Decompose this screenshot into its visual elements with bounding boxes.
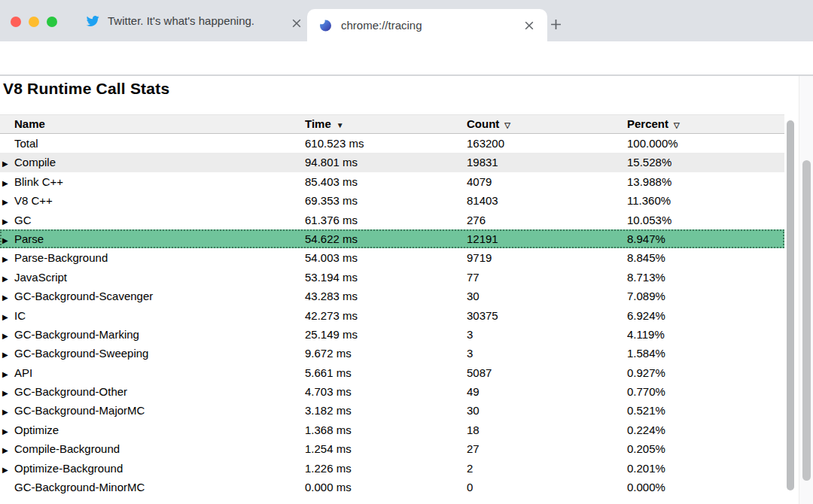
minimize-window-button[interactable] bbox=[29, 17, 39, 27]
table-scrollbar-thumb[interactable] bbox=[787, 120, 794, 490]
row-count: 0 bbox=[467, 478, 627, 496]
row-percent: 15.528% bbox=[627, 153, 784, 172]
row-time: 3.182 ms bbox=[305, 401, 467, 420]
expand-triangle-icon[interactable]: ▶ bbox=[2, 402, 14, 420]
row-name: Optimize-Background bbox=[14, 462, 123, 475]
row-time: 54.622 ms bbox=[305, 229, 467, 248]
row-percent: 13.988% bbox=[627, 172, 784, 191]
expand-triangle-icon[interactable]: ▶ bbox=[2, 269, 14, 287]
table-row[interactable]: ▶GC-Background-Scavenger 43.283 ms 30 7.… bbox=[0, 287, 784, 305]
expand-triangle-icon[interactable]: ▶ bbox=[2, 193, 14, 210]
row-count: 77 bbox=[467, 268, 627, 287]
table-header-row: Name Time▼ Count▽ Percent▽ bbox=[0, 114, 784, 134]
expand-triangle-icon[interactable]: ▶ bbox=[2, 345, 14, 363]
page-title: V8 Runtime Call Stats bbox=[3, 80, 169, 98]
table-body: ▶Total 610.523 ms 163200 100.000% ▶Compi… bbox=[0, 134, 784, 496]
column-header-percent[interactable]: Percent▽ bbox=[627, 115, 784, 133]
close-window-button[interactable] bbox=[11, 17, 21, 27]
row-name: Compile bbox=[14, 156, 56, 169]
row-time: 42.273 ms bbox=[305, 306, 467, 325]
table-row[interactable]: ▶GC-Background-Other 4.703 ms 49 0.770% bbox=[0, 382, 784, 401]
page-scrollbar-thumb[interactable] bbox=[802, 160, 811, 481]
row-time: 85.403 ms bbox=[305, 172, 467, 191]
table-row[interactable]: ▶Parse 54.622 ms 12191 8.947% bbox=[0, 229, 784, 248]
row-time: 1.368 ms bbox=[305, 421, 467, 439]
expand-triangle-icon[interactable]: ▶ bbox=[2, 308, 14, 325]
table-row[interactable]: ▶Optimize-Background 1.226 ms 2 0.201% bbox=[0, 459, 784, 478]
table-row[interactable]: ▶GC-Background-MajorMC 3.182 ms 30 0.521… bbox=[0, 401, 784, 420]
new-tab-button[interactable] bbox=[545, 14, 566, 35]
expand-triangle-icon[interactable]: ▶ bbox=[2, 250, 14, 267]
row-count: 163200 bbox=[467, 134, 627, 153]
row-count: 5087 bbox=[467, 363, 627, 382]
row-name: Blink C++ bbox=[14, 175, 63, 188]
row-name: JavaScript bbox=[14, 271, 67, 284]
column-header-name[interactable]: Name bbox=[0, 115, 305, 133]
row-count: 2 bbox=[467, 459, 627, 478]
close-tab-icon[interactable] bbox=[290, 17, 303, 30]
table-row[interactable]: ▶IC 42.273 ms 30375 6.924% bbox=[0, 306, 784, 325]
sort-arrow-icon: ▼ bbox=[336, 121, 344, 129]
table-row[interactable]: ▶JavaScript 53.194 ms 77 8.713% bbox=[0, 268, 784, 287]
expand-triangle-icon[interactable]: ▶ bbox=[2, 326, 14, 344]
row-count: 18 bbox=[467, 421, 627, 439]
row-count: 30 bbox=[467, 401, 627, 420]
tab-title: chrome://tracing bbox=[341, 19, 422, 32]
row-time: 4.703 ms bbox=[305, 382, 467, 401]
row-percent: 11.360% bbox=[627, 191, 784, 210]
row-percent: 8.713% bbox=[627, 268, 784, 287]
expand-triangle-icon[interactable]: ▶ bbox=[2, 231, 14, 248]
row-time: 5.661 ms bbox=[305, 363, 467, 382]
tab-tracing[interactable]: chrome://tracing bbox=[307, 9, 547, 41]
table-row[interactable]: ▶API 5.661 ms 5087 0.927% bbox=[0, 363, 784, 382]
column-header-time[interactable]: Time▼ bbox=[305, 115, 467, 133]
table-row[interactable]: ▶Parse-Background 54.003 ms 9719 8.845% bbox=[0, 248, 784, 267]
row-time: 61.376 ms bbox=[305, 211, 467, 229]
table-row[interactable]: ▶GC-Background-Sweeping 9.672 ms 3 1.584… bbox=[0, 344, 784, 363]
row-count: 12191 bbox=[467, 229, 627, 248]
expand-triangle-icon[interactable]: ▶ bbox=[2, 422, 14, 439]
close-tab-icon[interactable] bbox=[522, 19, 536, 32]
row-name: GC-Background-Scavenger bbox=[14, 290, 153, 302]
row-count: 30375 bbox=[467, 306, 627, 325]
table-row[interactable]: ▶Compile 94.801 ms 19831 15.528% bbox=[0, 153, 784, 172]
column-header-count[interactable]: Count▽ bbox=[467, 115, 627, 133]
expand-triangle-icon[interactable]: ▶ bbox=[2, 212, 14, 229]
row-percent: 0.000% bbox=[627, 478, 784, 496]
row-count: 49 bbox=[467, 382, 627, 401]
expand-triangle-icon[interactable]: ▶ bbox=[2, 154, 14, 172]
table-row[interactable]: ▶Blink C++ 85.403 ms 4079 13.988% bbox=[0, 172, 784, 191]
table-row[interactable]: ▶Optimize 1.368 ms 18 0.224% bbox=[0, 421, 784, 439]
expand-triangle-icon[interactable]: ▶ bbox=[2, 365, 14, 382]
table-row[interactable]: ▶GC 61.376 ms 276 10.053% bbox=[0, 211, 784, 229]
expand-triangle-icon[interactable]: ▶ bbox=[2, 460, 14, 478]
row-name: Total bbox=[14, 137, 38, 150]
expand-triangle-icon[interactable]: ▶ bbox=[2, 384, 14, 401]
page-scrollbar-track[interactable] bbox=[799, 76, 813, 504]
expand-triangle-icon[interactable]: ▶ bbox=[2, 288, 14, 305]
row-time: 610.523 ms bbox=[305, 134, 467, 153]
expand-triangle-icon[interactable]: ▶ bbox=[2, 174, 14, 191]
row-time: 94.801 ms bbox=[305, 153, 467, 172]
expand-triangle-icon[interactable]: ▶ bbox=[2, 441, 14, 458]
row-time: 54.003 ms bbox=[305, 248, 467, 267]
fullscreen-window-button[interactable] bbox=[47, 17, 57, 27]
table-row[interactable]: ▶GC-Background-MinorMC 0.000 ms 0 0.000% bbox=[0, 478, 784, 496]
tab-twitter[interactable]: Twitter. It's what's happening. bbox=[75, 0, 315, 41]
row-name: GC-Background-Sweeping bbox=[14, 347, 148, 360]
table-row[interactable]: ▶Compile-Background 1.254 ms 27 0.205% bbox=[0, 439, 784, 458]
row-count: 3 bbox=[467, 325, 627, 344]
table-row[interactable]: ▶V8 C++ 69.353 ms 81403 11.360% bbox=[0, 191, 784, 210]
row-percent: 8.845% bbox=[627, 248, 784, 267]
tab-strip: Twitter. It's what's happening. chrome:/… bbox=[0, 0, 813, 41]
table-row[interactable]: ▶Total 610.523 ms 163200 100.000% bbox=[0, 134, 784, 153]
row-name: API bbox=[14, 366, 32, 379]
row-percent: 8.947% bbox=[627, 229, 784, 248]
row-time: 25.149 ms bbox=[305, 325, 467, 344]
row-percent: 6.924% bbox=[627, 306, 784, 325]
row-name: V8 C++ bbox=[14, 194, 53, 207]
row-name: GC-Background-Other bbox=[14, 385, 127, 398]
row-name: Parse-Background bbox=[14, 251, 108, 264]
table-row[interactable]: ▶GC-Background-Marking 25.149 ms 3 4.119… bbox=[0, 325, 784, 344]
sort-arrow-icon: ▽ bbox=[674, 121, 680, 129]
